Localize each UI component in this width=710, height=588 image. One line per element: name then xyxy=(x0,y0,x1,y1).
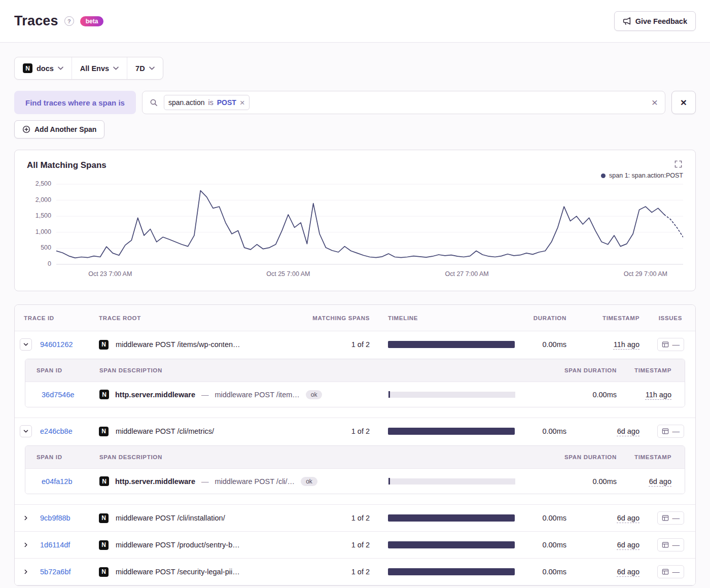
span-id-link[interactable]: e04fa12b xyxy=(37,477,99,486)
span-timestamp-value[interactable]: 6d ago xyxy=(649,477,671,486)
span-id-link[interactable]: 36d7546e xyxy=(37,391,99,399)
environment-filter-dropdown[interactable]: All Envs xyxy=(72,57,127,79)
timeline-bar xyxy=(388,428,515,435)
expand-row-button[interactable] xyxy=(20,512,32,524)
project-filter-dropdown[interactable]: N docs xyxy=(15,57,72,79)
span-duration-value: 0.00ms xyxy=(515,477,617,486)
beta-badge: beta xyxy=(80,16,104,26)
clear-search-icon[interactable]: × xyxy=(652,96,658,109)
chevron-right-icon xyxy=(23,542,29,548)
remove-span-filter-button[interactable]: × xyxy=(671,91,696,114)
y-axis-label: 1,500 xyxy=(36,212,51,219)
separator: — xyxy=(201,477,209,486)
project-icon: N xyxy=(99,427,109,436)
close-icon: × xyxy=(681,96,687,109)
issues-chip[interactable]: — xyxy=(657,425,685,438)
trace-group: 1d6114df N middleware POST /product/sent… xyxy=(15,532,695,559)
trace-group: e246cb8e N middleware POST /cli/metrics/… xyxy=(15,418,695,505)
help-icon[interactable]: ? xyxy=(64,16,74,26)
add-another-span-button[interactable]: Add Another Span xyxy=(14,120,104,139)
span-timeline-track xyxy=(390,392,515,398)
x-axis-label: Oct 27 7:00 AM xyxy=(445,270,488,278)
header-span-timestamp: TIMESTAMP xyxy=(617,367,673,373)
header-trace-id: TRACE ID xyxy=(15,315,93,321)
x-axis-label: Oct 25 7:00 AM xyxy=(266,270,310,278)
expand-row-button[interactable] xyxy=(20,539,32,551)
table-row[interactable]: 9cb9f88b N middleware POST /cli/installa… xyxy=(15,505,695,531)
trace-id-link[interactable]: 94601262 xyxy=(34,340,93,349)
collapse-row-button[interactable] xyxy=(20,425,32,437)
token-value: POST xyxy=(217,98,236,107)
duration-value: 0.00ms xyxy=(515,340,576,349)
trace-id-link[interactable]: 1d6114df xyxy=(34,541,93,549)
trace-id-link[interactable]: e246cb8e xyxy=(34,427,93,435)
project-filter-label: docs xyxy=(37,64,54,73)
span-duration-value: 0.00ms xyxy=(515,391,617,399)
chevron-down-icon xyxy=(113,66,119,70)
trace-id-link[interactable]: 5b72a6bf xyxy=(34,568,93,576)
issues-count: — xyxy=(672,568,680,576)
header-span-id: SPAN ID xyxy=(37,454,99,460)
span-operation: http.server.middleware xyxy=(115,391,195,399)
header-issues: ISSUES xyxy=(647,315,695,321)
chart-title: All Matching Spans xyxy=(27,160,106,170)
span-timeline-track xyxy=(390,478,515,485)
add-span-label: Add Another Span xyxy=(34,125,96,133)
status-badge: ok xyxy=(301,477,317,486)
x-axis-label: Oct 23 7:00 AM xyxy=(88,270,132,278)
separator: — xyxy=(201,391,209,399)
issues-chip[interactable]: — xyxy=(657,538,685,551)
timestamp-value[interactable]: 11h ago xyxy=(614,340,640,349)
page-header: Traces ? beta Give Feedback xyxy=(0,0,710,43)
span-timestamp-value[interactable]: 11h ago xyxy=(646,391,671,399)
trace-id-link[interactable]: 9cb9f88b xyxy=(34,514,93,522)
timestamp-value[interactable]: 6d ago xyxy=(617,541,640,549)
duration-value: 0.00ms xyxy=(515,541,576,549)
environment-filter-label: All Envs xyxy=(80,64,109,73)
trace-root-label: middleware POST /product/sentry-b… xyxy=(116,541,240,549)
legend-label: span 1: span.action:POST xyxy=(609,172,683,179)
expand-row-button[interactable] xyxy=(20,566,32,578)
matching-spans-count: 1 of 2 xyxy=(295,568,370,576)
y-axis: 05001,0001,5002,0002,500 xyxy=(27,181,56,267)
give-feedback-button[interactable]: Give Feedback xyxy=(614,11,696,31)
table-row[interactable]: 1d6114df N middleware POST /product/sent… xyxy=(15,532,695,558)
trace-spans-panel: SPAN ID SPAN DESCRIPTION SPAN DURATION T… xyxy=(15,444,695,504)
token-remove-icon[interactable]: × xyxy=(240,98,245,107)
date-range-filter-dropdown[interactable]: 7D xyxy=(127,57,163,79)
table-row[interactable]: e246cb8e N middleware POST /cli/metrics/… xyxy=(15,418,695,444)
trace-group: 9cb9f88b N middleware POST /cli/installa… xyxy=(15,505,695,532)
header-span-duration: SPAN DURATION xyxy=(515,367,617,373)
span-row[interactable]: 36d7546e N http.server.middleware — midd… xyxy=(25,382,685,407)
header-span-description: SPAN DESCRIPTION xyxy=(99,367,388,373)
date-range-label: 7D xyxy=(135,64,145,73)
x-axis-label: Oct 29 7:00 AM xyxy=(624,270,667,278)
find-span-pill[interactable]: Find traces where a span is xyxy=(14,91,136,114)
issues-chip[interactable]: — xyxy=(657,565,685,578)
table-row[interactable]: 5b72a6bf N middleware POST /security-leg… xyxy=(15,559,695,585)
span-search-input[interactable]: span.action is POST × × xyxy=(142,91,665,114)
issues-count: — xyxy=(672,541,680,549)
span-operation: http.server.middleware xyxy=(115,477,195,486)
y-axis-label: 0 xyxy=(48,260,51,267)
timestamp-value[interactable]: 6d ago xyxy=(617,427,640,435)
status-badge: ok xyxy=(306,390,323,399)
trace-spans-panel: SPAN ID SPAN DESCRIPTION SPAN DURATION T… xyxy=(15,358,695,418)
fullscreen-icon[interactable] xyxy=(673,159,683,169)
timeline-bar xyxy=(388,541,515,548)
issues-chip[interactable]: — xyxy=(657,338,685,351)
timestamp-value[interactable]: 6d ago xyxy=(617,514,640,522)
issues-icon xyxy=(662,568,669,575)
issues-count: — xyxy=(672,514,680,522)
chart-plot-area: Oct 23 7:00 AMOct 25 7:00 AMOct 27 7:00 … xyxy=(56,181,683,284)
span-timeline xyxy=(388,478,515,485)
span-row[interactable]: e04fa12b N http.server.middleware — midd… xyxy=(25,468,685,494)
y-axis-label: 1,000 xyxy=(36,228,51,235)
collapse-row-button[interactable] xyxy=(20,338,32,351)
y-axis-label: 500 xyxy=(41,244,51,251)
search-filter-token[interactable]: span.action is POST × xyxy=(164,95,250,110)
issues-chip[interactable]: — xyxy=(657,511,685,525)
table-row[interactable]: 94601262 N middleware POST /items/wp-con… xyxy=(15,331,695,358)
timestamp-value[interactable]: 6d ago xyxy=(617,568,640,576)
chart-line xyxy=(56,181,683,267)
